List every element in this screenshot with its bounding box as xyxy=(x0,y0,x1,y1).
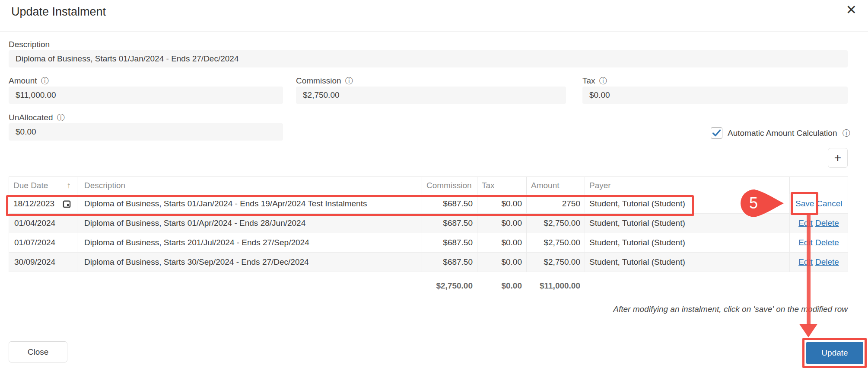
commission-input[interactable] xyxy=(296,87,566,104)
commission-label: Commission ⓘ xyxy=(296,76,353,86)
due-date-header-label: Due Date xyxy=(13,181,48,190)
update-button[interactable]: Update xyxy=(806,342,863,364)
save-link[interactable]: Save xyxy=(795,199,814,208)
delete-link[interactable]: Delete xyxy=(815,238,839,247)
info-icon[interactable]: ⓘ xyxy=(41,77,48,85)
tax-cell: $0.00 xyxy=(477,214,527,233)
column-header-amount[interactable]: Amount xyxy=(527,177,585,194)
page-title: Update Instalment xyxy=(11,5,106,19)
info-icon[interactable]: ⓘ xyxy=(842,129,850,137)
payer-cell: Student, Tutorial (Student) xyxy=(585,253,790,272)
due-date-cell: 30/09/2024 xyxy=(9,253,77,272)
auto-calc-checkbox[interactable] xyxy=(711,127,722,139)
commission-cell: $687.50 xyxy=(422,214,477,233)
actions-cell: EditDelete xyxy=(790,233,848,253)
column-header-description[interactable]: Description xyxy=(77,177,422,194)
check-icon xyxy=(712,129,721,137)
description-cell: Diploma of Business, Starts 01/Apr/2024 … xyxy=(77,214,422,233)
close-icon[interactable]: ✕ xyxy=(846,3,857,16)
description-label-text: Description xyxy=(9,40,50,49)
amount-label-text: Amount xyxy=(9,76,37,86)
instalments-table: Due Date ↑ Description Commission Tax Am… xyxy=(9,176,848,300)
commission-label-text: Commission xyxy=(296,76,341,86)
amount-total: $11,000.00 xyxy=(527,272,585,300)
tax-input[interactable] xyxy=(582,87,848,104)
footer-empty-cell xyxy=(790,272,848,300)
table-row: 01/07/2024 Diploma of Business, Starts 2… xyxy=(9,233,848,253)
table-row-editing: 18/12/2023 Diploma of Business, Starts 0… xyxy=(9,194,848,214)
tax-label: Tax ⓘ xyxy=(582,76,607,86)
table-row: 30/09/2024 Diploma of Business, Starts 3… xyxy=(9,253,848,272)
column-header-payer[interactable]: Payer xyxy=(585,177,790,194)
commission-cell: $687.50 xyxy=(422,253,477,272)
payer-cell[interactable]: Student, Tutorial (Student) xyxy=(585,194,790,214)
amount-input[interactable] xyxy=(9,87,283,104)
auto-calc-row: Automatic Amount Calculation ⓘ xyxy=(711,127,850,139)
amount-cell: $2,750.00 xyxy=(527,233,585,253)
column-header-actions xyxy=(790,177,848,194)
description-cell[interactable]: Diploma of Business, Starts 01/Jan/2024 … xyxy=(77,194,422,214)
info-icon[interactable]: ⓘ xyxy=(345,77,353,85)
column-header-tax[interactable]: Tax xyxy=(477,177,527,194)
delete-link[interactable]: Delete xyxy=(815,257,839,266)
footer-empty-cell xyxy=(77,272,422,300)
amount-cell: $2,750.00 xyxy=(527,214,585,233)
cancel-link[interactable]: Cancel xyxy=(817,199,842,208)
header-divider xyxy=(0,31,868,32)
delete-link[interactable]: Delete xyxy=(815,218,839,228)
column-header-due-date[interactable]: Due Date ↑ xyxy=(9,177,77,194)
save-hint-note: After modifying an instalment, click on … xyxy=(613,305,848,314)
tax-cell[interactable]: $0.00 xyxy=(477,194,527,214)
add-instalment-button[interactable]: + xyxy=(828,148,848,168)
auto-calc-label: Automatic Amount Calculation xyxy=(728,128,837,138)
actions-cell: SaveCancel xyxy=(790,194,848,214)
footer-empty-cell xyxy=(585,272,790,300)
tax-total: $0.00 xyxy=(477,272,527,300)
footer-empty-cell xyxy=(9,272,77,300)
actions-cell: EditDelete xyxy=(790,214,848,233)
column-header-commission[interactable]: Commission xyxy=(422,177,477,194)
info-icon[interactable]: ⓘ xyxy=(599,77,607,85)
amount-cell[interactable]: 2750 xyxy=(527,194,585,214)
payer-cell: Student, Tutorial (Student) xyxy=(585,214,790,233)
edit-link[interactable]: Edit xyxy=(798,238,813,247)
edit-link[interactable]: Edit xyxy=(798,257,813,266)
unallocated-input[interactable] xyxy=(9,123,283,141)
tax-cell: $0.00 xyxy=(477,233,527,253)
due-date-cell: 01/07/2024 xyxy=(9,233,77,253)
table-row: 01/04/2024 Diploma of Business, Starts 0… xyxy=(9,214,848,233)
edit-link[interactable]: Edit xyxy=(798,218,813,228)
due-date-value: 18/12/2023 xyxy=(13,199,54,208)
description-cell: Diploma of Business, Starts 201/Jul/2024… xyxy=(77,233,422,253)
description-input[interactable] xyxy=(9,50,848,67)
description-cell: Diploma of Business, Starts 30/Sep/2024 … xyxy=(77,253,422,272)
info-icon[interactable]: ⓘ xyxy=(57,114,64,122)
unallocated-label-text: UnAllocated xyxy=(9,113,53,122)
payer-cell: Student, Tutorial (Student) xyxy=(585,233,790,253)
unallocated-label: UnAllocated ⓘ xyxy=(9,113,64,122)
commission-total: $2,750.00 xyxy=(422,272,477,300)
amount-cell: $2,750.00 xyxy=(527,253,585,272)
calendar-icon[interactable] xyxy=(63,200,71,208)
close-button[interactable]: Close xyxy=(9,341,67,362)
tax-label-text: Tax xyxy=(582,76,595,86)
commission-cell: $687.50 xyxy=(422,233,477,253)
table-header-row: Due Date ↑ Description Commission Tax Am… xyxy=(9,177,848,194)
plus-icon: + xyxy=(834,151,841,165)
due-date-cell: 01/04/2024 xyxy=(9,214,77,233)
amount-label: Amount ⓘ xyxy=(9,76,48,86)
sort-asc-icon[interactable]: ↑ xyxy=(67,181,71,190)
actions-cell: EditDelete xyxy=(790,253,848,272)
due-date-edit-cell[interactable]: 18/12/2023 xyxy=(9,194,77,214)
tax-cell: $0.00 xyxy=(477,253,527,272)
commission-cell[interactable]: $687.50 xyxy=(422,194,477,214)
table-footer-row: $2,750.00 $0.00 $11,000.00 xyxy=(9,272,848,300)
annotation-arrow-head xyxy=(799,324,817,337)
description-label: Description xyxy=(9,40,50,49)
